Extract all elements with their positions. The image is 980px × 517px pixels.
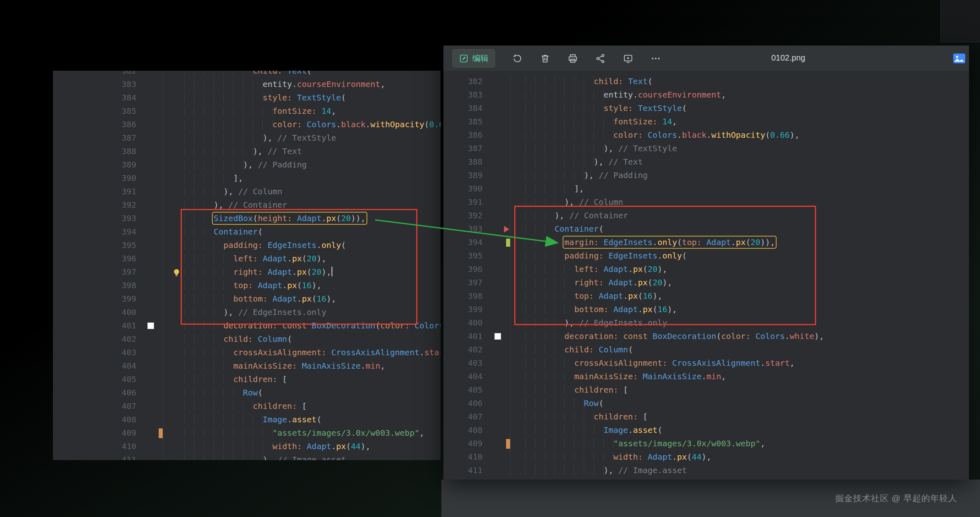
code-text: top: Adapt.px(16), <box>510 289 969 303</box>
code-line-390: 390 ], <box>443 182 969 196</box>
line-number: 403 <box>53 346 139 359</box>
print-button[interactable] <box>567 53 578 64</box>
delete-icon <box>540 53 550 64</box>
code-text: left: Adapt.px(20), <box>163 252 441 265</box>
code-line-382: 382 child: Text( <box>443 75 969 88</box>
code-line-399[interactable]: 399 bottom: Adapt.px(16), <box>53 292 441 306</box>
code-text: children: [ <box>163 400 441 413</box>
code-line-387: 387 ), // TextStyle <box>443 142 969 155</box>
gutter <box>139 306 163 319</box>
gutter <box>139 332 163 346</box>
code-line-400: 400 ), // EdgeInsets.only <box>443 316 969 330</box>
code-line-390[interactable]: 390 ], <box>53 172 441 185</box>
rotate-icon <box>512 53 523 64</box>
gutter <box>485 209 510 222</box>
code-line-396[interactable]: 396 left: Adapt.px(20), <box>53 252 441 265</box>
image-preview[interactable]: 382 child: Text(383 entity.courseEnviron… <box>443 72 969 479</box>
code-line-397[interactable]: 397 right: Adapt.px(20), <box>53 265 441 279</box>
code-line-386: 386 color: Colors.black.withOpacity(0.66… <box>443 128 969 142</box>
line-number: 390 <box>443 182 485 196</box>
code-area[interactable]: 382 child: Text(383 entity.courseEnviron… <box>53 71 441 460</box>
code-line-387[interactable]: 387 ), // TextStyle <box>53 131 441 145</box>
code-line-404[interactable]: 404 mainAxisSize: MainAxisSize.min, <box>53 359 441 373</box>
print-icon <box>567 53 578 64</box>
delete-button[interactable] <box>540 53 550 64</box>
code-text: decoration: const BoxDecoration(color: C… <box>510 330 969 343</box>
gutter <box>485 236 510 249</box>
line-number: 382 <box>53 71 139 78</box>
gutter <box>485 169 510 182</box>
code-line-408: 408 Image.asset( <box>443 424 969 437</box>
gutter <box>485 155 510 169</box>
code-text: style: TextStyle( <box>510 102 969 115</box>
line-number: 386 <box>443 128 485 142</box>
code-line-405[interactable]: 405 children: [ <box>53 373 441 386</box>
gutter <box>139 279 163 292</box>
code-line-408[interactable]: 408 Image.asset( <box>53 413 441 426</box>
code-line-393[interactable]: 393 SizedBox(height: Adapt.px(20)), <box>53 212 441 225</box>
code-line-407[interactable]: 407 children: [ <box>53 400 441 413</box>
gutter <box>139 426 163 440</box>
code-line-386[interactable]: 386 color: Colors.black.withOpacity(0.66… <box>53 118 441 131</box>
code-line-411[interactable]: 411 ), // Image.asset <box>53 453 441 460</box>
code-line-391[interactable]: 391 ), // Column <box>53 185 441 198</box>
line-number: 410 <box>53 440 139 453</box>
code-line-402: 402 child: Column( <box>443 343 969 356</box>
line-number: 404 <box>443 370 485 383</box>
code-line-398[interactable]: 398 top: Adapt.px(16), <box>53 279 441 292</box>
code-line-394[interactable]: 394 Container( <box>53 225 441 239</box>
line-number: 384 <box>53 91 139 104</box>
line-number: 383 <box>53 78 139 91</box>
code-line-410: 410 width: Adapt.px(44), <box>443 450 969 464</box>
rotate-button[interactable] <box>512 53 523 64</box>
picture-icon[interactable] <box>953 52 966 64</box>
code-line-397: 397 right: Adapt.px(20), <box>443 276 969 289</box>
code-text: ), // Image.asset <box>163 453 441 460</box>
code-line-410[interactable]: 410 width: Adapt.px(44), <box>53 440 441 453</box>
code-line-382[interactable]: 382 child: Text( <box>53 71 441 78</box>
code-line-384[interactable]: 384 style: TextStyle( <box>53 91 441 104</box>
more-button[interactable] <box>650 53 661 64</box>
code-line-402[interactable]: 402 child: Column( <box>53 332 441 346</box>
screenshot-code-editor: 382 child: Text(383 entity.courseEnviron… <box>443 72 969 479</box>
code-text: ), // Container <box>163 198 441 212</box>
line-number: 388 <box>53 145 139 158</box>
code-line-395[interactable]: 395 padding: EdgeInsets.only( <box>53 239 441 252</box>
code-line-401[interactable]: 401 decoration: const BoxDecoration(colo… <box>53 319 441 332</box>
code-line-403[interactable]: 403 crossAxisAlignment: CrossAxisAlignme… <box>53 346 441 359</box>
code-text: left: Adapt.px(20), <box>510 263 969 276</box>
code-line-406[interactable]: 406 Row( <box>53 386 441 400</box>
gutter <box>485 88 510 102</box>
ide-code-editor[interactable]: 382 child: Text(383 entity.courseEnviron… <box>53 71 441 460</box>
edit-button[interactable]: 编辑 <box>452 49 495 67</box>
yellow-highlight-box: SizedBox(height: Adapt.px(20)), <box>214 213 365 223</box>
code-line-389[interactable]: 389 ), // Padding <box>53 158 441 172</box>
code-text: ), // Text <box>163 145 441 158</box>
code-text: ), // Column <box>163 185 441 198</box>
code-line-385[interactable]: 385 fontSize: 14, <box>53 104 441 118</box>
code-line-409[interactable]: 409 "assets/images/3.0x/w003.webp", <box>53 426 441 440</box>
code-line-383[interactable]: 383 entity.courseEnvironment, <box>53 78 441 91</box>
code-line-388[interactable]: 388 ), // Text <box>53 145 441 158</box>
more-icon <box>650 53 661 64</box>
slideshow-button[interactable] <box>623 53 633 64</box>
gutter <box>485 289 510 303</box>
code-line-392[interactable]: 392 ), // Container <box>53 198 441 212</box>
gutter <box>139 373 163 386</box>
code-text: child: Column( <box>163 332 441 346</box>
share-button[interactable] <box>595 53 606 64</box>
intention-bulb-icon[interactable] <box>172 267 181 276</box>
line-number: 391 <box>443 196 485 209</box>
code-text: ), // Padding <box>510 169 969 182</box>
gutter <box>139 118 163 131</box>
code-text: SizedBox(height: Adapt.px(20)), <box>163 212 441 225</box>
code-area: 382 child: Text(383 entity.courseEnviron… <box>443 75 969 477</box>
code-text: ), // Container <box>510 209 969 222</box>
gutter <box>485 343 510 356</box>
code-line-400[interactable]: 400 ), // EdgeInsets.only <box>53 306 441 319</box>
line-number: 400 <box>53 306 139 319</box>
gutter <box>485 115 510 128</box>
gutter <box>139 131 163 145</box>
line-number: 402 <box>53 332 139 346</box>
code-text: ), // TextStyle <box>163 131 441 145</box>
